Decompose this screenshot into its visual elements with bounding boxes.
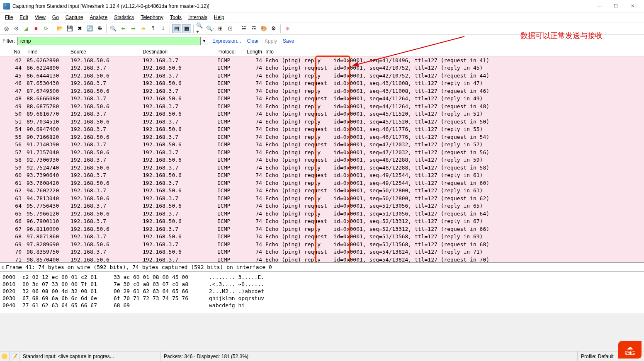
start-capture-icon[interactable]: ◢ bbox=[22, 24, 31, 33]
separator-icon bbox=[193, 24, 194, 33]
filter-dropdown-icon[interactable]: ▼ bbox=[201, 37, 208, 45]
packet-row[interactable]: 6495.7756430192.168.3.7192.168.50.6ICMP7… bbox=[0, 202, 644, 210]
zoom-in-icon[interactable]: 🔍+ bbox=[196, 24, 205, 33]
preferences-icon[interactable]: ⚙ bbox=[269, 24, 278, 33]
frame-summary: Frame 41: 74 bytes on wire (592 bits), 7… bbox=[6, 264, 272, 270]
col-header-time[interactable]: Time bbox=[25, 48, 69, 55]
close-button[interactable]: ✕ bbox=[624, 1, 641, 11]
save-filter-button[interactable]: Save bbox=[281, 38, 296, 44]
packet-row[interactable]: 5490.6947400192.168.3.7192.168.50.6ICMP7… bbox=[0, 126, 644, 133]
close-file-icon[interactable]: ✖ bbox=[75, 24, 84, 33]
go-last-icon[interactable]: ⤓ bbox=[158, 24, 168, 33]
minimize-button[interactable]: — bbox=[591, 1, 608, 11]
menu-help[interactable]: Help bbox=[211, 14, 228, 21]
go-forward-icon[interactable]: ➡ bbox=[129, 24, 138, 33]
capture-filters-icon[interactable]: ☵ bbox=[239, 24, 248, 33]
packet-row[interactable]: 7198.8570400192.168.50.6192.168.3.7ICMP7… bbox=[0, 256, 644, 263]
packet-row[interactable]: 6394.7813040192.168.50.6192.168.3.7ICMP7… bbox=[0, 194, 644, 202]
menu-statistics[interactable]: Statistics bbox=[111, 14, 137, 21]
col-header-no[interactable]: No. bbox=[0, 48, 25, 55]
annotation-text: 数据可以正常发送与接收 bbox=[520, 31, 603, 41]
col-header-destination[interactable]: Destination bbox=[141, 48, 216, 55]
filter-input[interactable] bbox=[17, 37, 201, 45]
help-icon[interactable]: ⊕ bbox=[283, 24, 292, 33]
print-icon[interactable]: 🖶 bbox=[95, 24, 104, 33]
hex-dump-pane[interactable]: 0000c2 02 12 ec 00 01 c2 0133 ac 00 01 0… bbox=[0, 272, 644, 313]
go-first-icon[interactable]: ⤒ bbox=[148, 24, 158, 33]
maximize-button[interactable]: ☐ bbox=[608, 1, 624, 11]
title-bar: Capturing from Standard input [Wireshark… bbox=[0, 0, 644, 12]
open-file-icon[interactable]: 📂 bbox=[55, 24, 64, 33]
packet-row[interactable]: 4787.6749500192.168.50.6192.168.3.7ICMP7… bbox=[0, 87, 644, 95]
find-icon[interactable]: 🔍 bbox=[109, 24, 118, 33]
apply-button[interactable]: Apply bbox=[263, 38, 279, 44]
packet-row[interactable]: 5189.7034510192.168.50.6192.168.3.7ICMP7… bbox=[0, 118, 644, 126]
packet-row[interactable]: 4285.6262890192.168.50.6192.168.3.7ICMP7… bbox=[0, 56, 644, 64]
menu-view[interactable]: View bbox=[32, 14, 49, 21]
packet-row[interactable]: 5691.7140390192.168.3.7192.168.50.6ICMP7… bbox=[0, 141, 644, 149]
hex-row: 004077 61 62 63 64 65 66 6768 69wabcdefg… bbox=[2, 302, 642, 309]
restart-capture-icon[interactable]: ⟳ bbox=[41, 24, 51, 33]
packet-row[interactable]: 5590.7166820192.168.50.6192.168.3.7ICMP7… bbox=[0, 133, 644, 141]
edit-capture-icon[interactable]: 📝 bbox=[11, 354, 17, 359]
packet-row[interactable]: 4687.6530430192.168.3.7192.168.50.6ICMP7… bbox=[0, 80, 644, 87]
packet-row[interactable]: 4988.6875780192.168.50.6192.168.3.7ICMP7… bbox=[0, 102, 644, 110]
col-header-source[interactable]: Source bbox=[69, 48, 141, 55]
packet-rows-container[interactable]: 4285.6262890192.168.50.6192.168.3.7ICMP7… bbox=[0, 56, 644, 263]
status-packets: Packets: 346 · Displayed: 181 (52.3%) bbox=[160, 351, 578, 361]
packet-row[interactable]: 6093.7390640192.168.3.7192.168.50.6ICMP7… bbox=[0, 172, 644, 179]
packet-row[interactable]: 6796.8110000192.168.50.6192.168.3.7ICMP7… bbox=[0, 225, 644, 233]
packet-row[interactable]: 6997.8289690192.168.50.6192.168.3.7ICMP7… bbox=[0, 240, 644, 248]
col-header-protocol[interactable]: Protocol bbox=[216, 48, 243, 55]
options-icon[interactable]: ⊙ bbox=[12, 24, 21, 33]
expression-button[interactable]: Expression... bbox=[211, 38, 243, 44]
interfaces-icon[interactable]: ◎ bbox=[2, 24, 11, 33]
packet-row[interactable]: 6193.7608420192.168.50.6192.168.3.7ICMP7… bbox=[0, 179, 644, 187]
packet-row[interactable]: 4888.6666080192.168.3.7192.168.50.6ICMP7… bbox=[0, 95, 644, 103]
stop-capture-icon[interactable]: ■ bbox=[32, 24, 41, 33]
menu-analyze[interactable]: Analyze bbox=[87, 14, 111, 21]
packet-detail-pane[interactable]: ⊞ Frame 41: 74 bytes on wire (592 bits),… bbox=[0, 263, 644, 272]
menu-internals[interactable]: Internals bbox=[185, 14, 211, 21]
packet-row[interactable]: 6897.8071860192.168.3.7192.168.50.6ICMP7… bbox=[0, 233, 644, 241]
packet-row[interactable]: 7098.8359750192.168.3.7192.168.50.6ICMP7… bbox=[0, 248, 644, 256]
coloring-rules-icon[interactable]: 🎨 bbox=[259, 24, 268, 33]
go-to-packet-icon[interactable]: ➜ bbox=[139, 24, 148, 33]
save-file-icon[interactable]: 💾 bbox=[65, 24, 74, 33]
packet-row[interactable]: 6696.7900110192.168.3.7192.168.50.6ICMP7… bbox=[0, 218, 644, 225]
menu-file[interactable]: File bbox=[2, 14, 16, 21]
tree-expand-icon[interactable]: ⊞ bbox=[2, 265, 4, 269]
watermark-badge: ☁ 亿速云 bbox=[618, 341, 642, 359]
packet-row[interactable]: 5089.6816770192.168.3.7192.168.50.6ICMP7… bbox=[0, 110, 644, 118]
packet-row[interactable]: 6595.7966120192.168.50.6192.168.3.7ICMP7… bbox=[0, 210, 644, 218]
separator-icon bbox=[106, 24, 107, 33]
display-filters-icon[interactable]: ☶ bbox=[249, 24, 258, 33]
separator-icon bbox=[280, 24, 281, 33]
packet-row[interactable]: 4586.6444130192.168.50.6192.168.3.7ICMP7… bbox=[0, 72, 644, 80]
packet-row[interactable]: 5992.7524740192.168.50.6192.168.3.7ICMP7… bbox=[0, 164, 644, 172]
zoom-out-icon[interactable]: 🔍- bbox=[206, 24, 215, 33]
hex-row: 003067 68 69 6a 6b 6c 6d 6e6f 70 71 72 7… bbox=[2, 295, 642, 302]
colorize-icon[interactable]: ▤ bbox=[172, 24, 181, 33]
expert-info-icon[interactable] bbox=[2, 354, 7, 359]
packet-row[interactable]: 6294.7602220192.168.3.7192.168.50.6ICMP7… bbox=[0, 187, 644, 195]
window-title: Capturing from Standard input [Wireshark… bbox=[12, 3, 209, 9]
resize-columns-icon[interactable]: ⊡ bbox=[226, 24, 235, 33]
menu-go[interactable]: Go bbox=[49, 14, 62, 21]
menu-telephony[interactable]: Telephony bbox=[137, 14, 167, 21]
reload-icon[interactable]: 🔄 bbox=[85, 24, 94, 33]
packet-row[interactable]: 4486.6224890192.168.3.7192.168.50.6ICMP7… bbox=[0, 64, 644, 72]
col-header-info[interactable]: Info bbox=[264, 48, 637, 55]
auto-scroll-icon[interactable]: ▦ bbox=[182, 24, 191, 33]
col-header-length[interactable]: Length bbox=[243, 48, 264, 55]
clear-button[interactable]: Clear bbox=[245, 38, 260, 44]
menu-edit[interactable]: Edit bbox=[16, 14, 32, 21]
packet-row[interactable]: 5892.7306930192.168.3.7192.168.50.6ICMP7… bbox=[0, 156, 644, 164]
menu-tools[interactable]: Tools bbox=[167, 14, 185, 21]
packet-list-pane: No. Time Source Destination Protocol Len… bbox=[0, 47, 644, 263]
go-back-icon[interactable]: ⬅ bbox=[119, 24, 128, 33]
menu-capture[interactable]: Capture bbox=[62, 14, 87, 21]
zoom-reset-icon[interactable]: ⊞ bbox=[216, 24, 225, 33]
status-bar: 📝 Standard input: <live capture in progr… bbox=[0, 351, 644, 361]
packet-row[interactable]: 5791.7357040192.168.50.6192.168.3.7ICMP7… bbox=[0, 148, 644, 156]
